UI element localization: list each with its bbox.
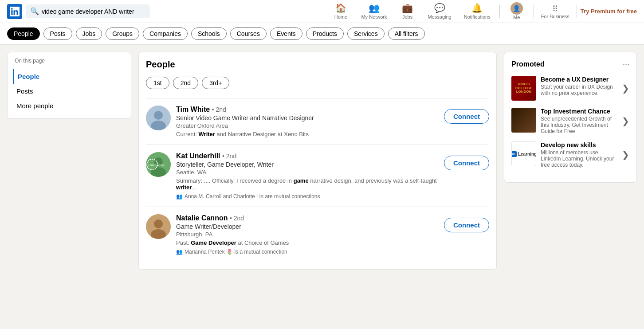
nav-divider [499, 5, 500, 18]
promo-desc-investment: See unprecedented Growth of this Industr… [541, 116, 617, 134]
nav-my-network[interactable]: 👥 My Network [356, 0, 392, 23]
right-sidebar: Promoted ··· KING'SCOLLEGELONDON Become … [504, 52, 637, 270]
search-icon: 🔍 [30, 7, 39, 16]
search-input[interactable] [42, 8, 145, 15]
person-card-natalie-cannon: Natalie Cannon • 2nd Game Writer/Develop… [146, 207, 489, 262]
premium-link[interactable]: Try Premium for free [581, 8, 637, 15]
svg-text:CHRISWORK: CHRISWORK [148, 164, 165, 167]
promo-text-investment: Top Investment Chance See unprecedented … [541, 108, 617, 134]
connect-button-tim-white[interactable]: Connect [444, 109, 489, 124]
promo-text-ux: Become a UX Designer Start your career i… [541, 76, 617, 96]
filter-schools[interactable]: Schools [191, 27, 227, 40]
notifications-icon: 🔔 [471, 3, 483, 13]
filter-bar: People Posts Jobs Groups Companies Schoo… [0, 23, 644, 45]
filter-groups[interactable]: Groups [106, 27, 139, 40]
results-card: People 1st 2nd 3rd+ Tim Whit [138, 52, 497, 270]
sidebar-page-label: On this page [15, 58, 124, 64]
center-content: People 1st 2nd 3rd+ Tim Whit [138, 52, 497, 270]
filter-posts[interactable]: Posts [43, 27, 72, 40]
promo-title: Promoted [511, 60, 545, 68]
filter-courses[interactable]: Courses [230, 27, 267, 40]
mutual-connections-kat: 👥 Anna M. Carroll and Charlotte Lin are … [176, 193, 439, 200]
avatar-kat-underhill: CHRISWORK [146, 152, 171, 177]
sidebar-item-more-people[interactable]: More people [15, 98, 124, 113]
person-name-kat-underhill[interactable]: Kat Underhill • 2nd [176, 152, 439, 160]
promo-item-ux-designer[interactable]: KING'SCOLLEGELONDON Become a UX Designer… [511, 76, 629, 101]
main-layout: On this page People Posts More people Pe… [0, 45, 644, 277]
nav-notifications[interactable]: 🔔 Notifications [459, 0, 496, 23]
header: 🔍 🏠 Home 👥 My Network 💼 Jobs 💬 Messaging… [0, 0, 644, 23]
avatar-tim-white [146, 106, 171, 130]
person-location-natalie-cannon: Pittsburgh, PA [176, 231, 439, 238]
degree-2nd[interactable]: 2nd [173, 77, 198, 89]
promo-headline-investment: Top Investment Chance [541, 108, 617, 115]
degree-3rd-plus[interactable]: 3rd+ [202, 77, 229, 89]
person-name-natalie-cannon[interactable]: Natalie Cannon • 2nd [176, 214, 439, 222]
linkedin-logo[interactable] [7, 4, 22, 19]
person-actions-natalie-cannon: Connect [444, 214, 489, 232]
person-actions-tim-white: Connect [444, 106, 489, 124]
degree-1st[interactable]: 1st [146, 77, 169, 89]
person-info-tim-white: Tim White • 2nd Senior Video Game Writer… [176, 106, 439, 137]
promo-headline-ux: Become a UX Designer [541, 76, 617, 83]
promoted-card: Promoted ··· KING'SCOLLEGELONDON Become … [504, 52, 637, 183]
promo-thumb-kings: KING'SCOLLEGELONDON [511, 76, 536, 101]
nav-jobs[interactable]: 💼 Jobs [394, 0, 421, 23]
nav-divider-3 [577, 5, 577, 18]
promo-thumb-investment [511, 108, 536, 133]
mutual-icon: 👥 [176, 193, 183, 200]
search-box[interactable]: 🔍 [26, 4, 150, 18]
connect-button-kat-underhill[interactable]: Connect [444, 156, 489, 170]
person-title-kat-underhill: Storyteller, Game Developer, Writer [176, 161, 439, 168]
person-card-kat-underhill: CHRISWORK Kat Underhill • 2nd Storytelle… [146, 145, 489, 207]
promo-header: Promoted ··· [511, 59, 629, 69]
nav-me[interactable]: 👤 Me [503, 0, 530, 23]
svg-point-9 [154, 219, 163, 228]
nav-divider-2 [534, 5, 534, 18]
person-name-tim-white[interactable]: Tim White • 2nd [176, 106, 439, 114]
home-icon: 🏠 [335, 3, 346, 13]
filter-people[interactable]: People [7, 27, 40, 40]
filter-companies[interactable]: Companies [143, 27, 188, 40]
promo-chevron-learning: ❯ [622, 149, 629, 160]
person-actions-kat-underhill: Connect [444, 152, 489, 170]
promo-chevron-ux: ❯ [622, 83, 629, 94]
dots-icon: ⠿ [552, 4, 558, 14]
sidebar-item-posts[interactable]: Posts [15, 84, 124, 98]
sidebar-card: On this page People Posts More people [7, 52, 131, 119]
person-info-natalie-cannon: Natalie Cannon • 2nd Game Writer/Develop… [176, 214, 439, 255]
promo-more-button[interactable]: ··· [623, 59, 629, 69]
promo-text-learning: Develop new skills Millions of members u… [541, 141, 617, 168]
promo-chevron-investment: ❯ [622, 116, 629, 126]
filter-events[interactable]: Events [270, 27, 302, 40]
person-location-kat-underhill: Seattle, WA [176, 169, 439, 176]
mutual-connections-natalie: 👥 Marianna Pentek 🌷 is a mutual connecti… [176, 249, 439, 255]
promo-item-investment[interactable]: Top Investment Chance See unprecedented … [511, 108, 629, 134]
messaging-icon: 💬 [434, 3, 445, 13]
promo-desc-learning: Millions of members use LinkedIn Learnin… [541, 149, 617, 168]
promo-desc-ux: Start your career in UX Design with no p… [541, 84, 617, 96]
connect-button-natalie-cannon[interactable]: Connect [444, 218, 489, 232]
for-business-menu[interactable]: ⠿ For Business [538, 4, 573, 19]
jobs-icon: 💼 [402, 3, 413, 13]
nav-home[interactable]: 🏠 Home [327, 0, 354, 23]
filter-products[interactable]: Products [306, 27, 344, 40]
person-title-natalie-cannon: Game Writer/Developer [176, 223, 439, 230]
person-title-tim-white: Senior Video Game Writer and Narrative D… [176, 114, 439, 121]
filter-all-filters[interactable]: All filters [388, 27, 425, 40]
person-current-tim-white: Current: Writer and Narrative Designer a… [176, 131, 439, 137]
person-card-tim-white: Tim White • 2nd Senior Video Game Writer… [146, 98, 489, 145]
nav-messaging[interactable]: 💬 Messaging [423, 0, 457, 23]
promo-headline-learning: Develop new skills [541, 141, 617, 149]
person-location-tim-white: Greater Oxford Area [176, 122, 439, 129]
results-title: People [146, 59, 489, 70]
promo-thumb-learning: in Learning [511, 141, 536, 166]
filter-jobs[interactable]: Jobs [76, 27, 102, 40]
person-summary-kat-underhill: Summary: .... Officially, I received a d… [176, 177, 439, 191]
filter-services[interactable]: Services [347, 27, 385, 40]
promo-item-learning[interactable]: in Learning Develop new skills Millions … [511, 141, 629, 168]
avatar-natalie-cannon [146, 214, 171, 239]
sidebar-item-people[interactable]: People [13, 69, 124, 84]
user-avatar: 👤 [510, 2, 523, 15]
degree-filters: 1st 2nd 3rd+ [146, 77, 489, 89]
